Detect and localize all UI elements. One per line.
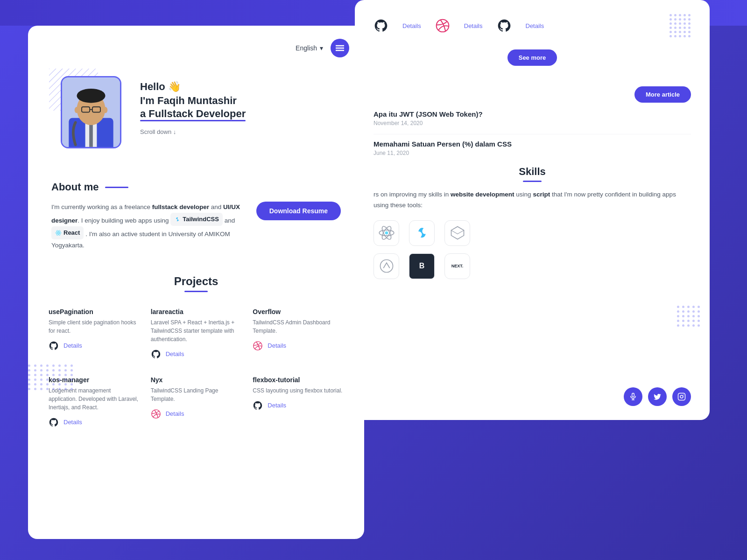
social-icons	[624, 387, 691, 406]
project-desc-2: Laravel SPA + React + Inertia.js + Tailw…	[151, 318, 242, 343]
github-icon-top2	[497, 18, 512, 33]
projects-underline	[184, 291, 208, 292]
articles-section: More article Apa itu JWT (JSON Web Token…	[374, 86, 691, 156]
react-skill-logo	[374, 220, 399, 246]
project-name-6: flexbox-tutorial	[253, 376, 344, 384]
project-footer-3: Details	[253, 341, 344, 351]
person-silhouette	[62, 78, 120, 147]
language-selector[interactable]: English ▾	[296, 44, 323, 52]
svg-rect-31	[678, 393, 685, 400]
svg-point-10	[77, 89, 105, 103]
skills-section: Skills rs on improving my skills in webs…	[374, 166, 691, 279]
hero-role: a Fullstack Developer	[140, 108, 246, 120]
github-icon-2	[151, 349, 161, 359]
project-card-3: Overflow TailwindCSS Admin Dashboard Tem…	[251, 303, 345, 364]
project-desc-1: Simple client side pagination hooks for …	[49, 318, 140, 335]
project-footer-4: Details	[49, 417, 140, 427]
github-icon-top1	[374, 18, 388, 33]
hero-name: I'm Faqih Muntashir	[140, 95, 246, 107]
github-icon-4	[49, 417, 59, 427]
about-text: I'm currently working as a freelance ful…	[51, 202, 247, 252]
avatar	[61, 76, 121, 148]
top-details-link-1[interactable]: Details	[402, 22, 421, 29]
skills-underline	[523, 181, 542, 182]
project-name-5: Nyx	[151, 376, 242, 384]
menu-button[interactable]	[331, 39, 349, 57]
svg-point-32	[680, 395, 683, 398]
article-date-1: November 14, 2020	[374, 120, 691, 126]
hamburger-icon	[336, 45, 344, 51]
article-title-2: Memahami Satuan Persen (%) dalam CSS	[374, 140, 691, 148]
svg-point-16	[58, 232, 59, 234]
skills-desc: rs on improving my skills in website dev…	[374, 189, 691, 211]
project-card-1: usePagination Simple client side paginat…	[47, 303, 141, 364]
right-card: Details Details Details for(let i=0;i<30…	[355, 0, 710, 420]
see-more-wrapper: See more	[374, 45, 691, 75]
bootstrap-skill-logo: B	[409, 253, 435, 279]
svg-point-14	[75, 107, 79, 113]
podcast-button[interactable]	[624, 387, 642, 406]
top-projects-row: Details Details Details for(let i=0;i<30…	[374, 9, 691, 45]
tailwind-badge: TailwindCSS	[170, 213, 223, 225]
project-desc-6: CSS layouting using flexbox tutorial.	[253, 386, 344, 395]
article-item-2: Memahami Satuan Persen (%) dalam CSS Jun…	[374, 140, 691, 156]
project-name-3: Overflow	[253, 308, 344, 315]
scroll-down: Scroll down ↓	[140, 128, 246, 135]
project-card-6: flexbox-tutorial CSS layouting using fle…	[251, 371, 345, 432]
avatar-wrapper	[51, 67, 126, 148]
project-desc-3: TailwindCSS Admin Dashboard Template.	[253, 318, 344, 335]
main-card: English ▾	[28, 26, 364, 539]
twitter-button[interactable]	[648, 387, 667, 406]
greeting: Hello 👋	[140, 81, 246, 93]
hero-section: Hello 👋 I'm Faqih Muntashir a Fullstack …	[28, 62, 364, 162]
skills-title: Skills	[374, 166, 691, 178]
language-label: English	[296, 44, 317, 52]
hero-text: Hello 👋 I'm Faqih Muntashir a Fullstack …	[140, 67, 246, 135]
dot-pattern-left: for(let i=0;i<48;i++) document.write('<d…	[28, 364, 74, 390]
dot-pattern-top-right: for(let i=0;i<30;i++) document.write('<d…	[669, 14, 691, 37]
about-content: I'm currently working as a freelance ful…	[51, 202, 341, 252]
svg-point-23	[385, 231, 388, 235]
projects-grid: usePagination Simple client side paginat…	[47, 303, 345, 432]
details-link-5[interactable]: Details	[166, 410, 184, 417]
download-resume-button[interactable]: Download Resume	[256, 202, 341, 220]
top-details-link-3[interactable]: Details	[526, 22, 544, 29]
tailwind-skill-logo	[409, 220, 435, 246]
dot-pattern-bottom-right: for(let i=0;i<25;i++) document.write('<d…	[677, 306, 700, 327]
lang-arrow: ▾	[320, 44, 323, 52]
about-underline	[105, 187, 128, 188]
github-icon-1	[49, 341, 59, 351]
projects-section: for(let i=0;i<48;i++) document.write('<d…	[28, 261, 364, 446]
article-item-1: Apa itu JWT (JSON Web Token)? November 1…	[374, 110, 691, 126]
top-details-link-2[interactable]: Details	[464, 22, 483, 29]
details-link-2[interactable]: Details	[166, 350, 184, 357]
details-link-1[interactable]: Details	[63, 342, 82, 349]
project-card-5: Nyx TailwindCSS Landing Page Template. D…	[149, 371, 244, 432]
project-footer-5: Details	[151, 409, 242, 419]
projects-title: Projects	[47, 275, 345, 288]
github-icon-6	[253, 400, 263, 411]
dribbble-icon-top	[435, 18, 450, 33]
header-nav: English ▾	[28, 26, 364, 62]
project-footer-2: Details	[151, 349, 242, 359]
dribbble-icon-5	[151, 409, 161, 419]
project-name-2: larareactia	[151, 308, 242, 315]
nextjs-skill-logo: NEXT.	[444, 253, 470, 279]
details-link-3[interactable]: Details	[268, 342, 286, 349]
about-section: About me I'm currently working as a free…	[28, 162, 364, 261]
more-article-button[interactable]: More article	[634, 86, 691, 103]
project-desc-5: TailwindCSS Landing Page Template.	[151, 386, 242, 403]
details-link-6[interactable]: Details	[268, 402, 286, 409]
dribbble-icon-3	[253, 341, 263, 351]
details-link-4[interactable]: Details	[63, 419, 82, 426]
svg-point-33	[683, 394, 684, 395]
react-badge: React	[51, 226, 84, 239]
svg-point-27	[380, 260, 393, 273]
project-desc-4: Lodgement management application. Develo…	[49, 386, 140, 412]
nuxt-skill-logo	[374, 253, 399, 279]
article-title-1: Apa itu JWT (JSON Web Token)?	[374, 110, 691, 118]
see-more-button[interactable]: See more	[507, 49, 557, 66]
project-name-1: usePagination	[49, 308, 140, 315]
instagram-button[interactable]	[672, 387, 691, 406]
project-footer-1: Details	[49, 341, 140, 351]
